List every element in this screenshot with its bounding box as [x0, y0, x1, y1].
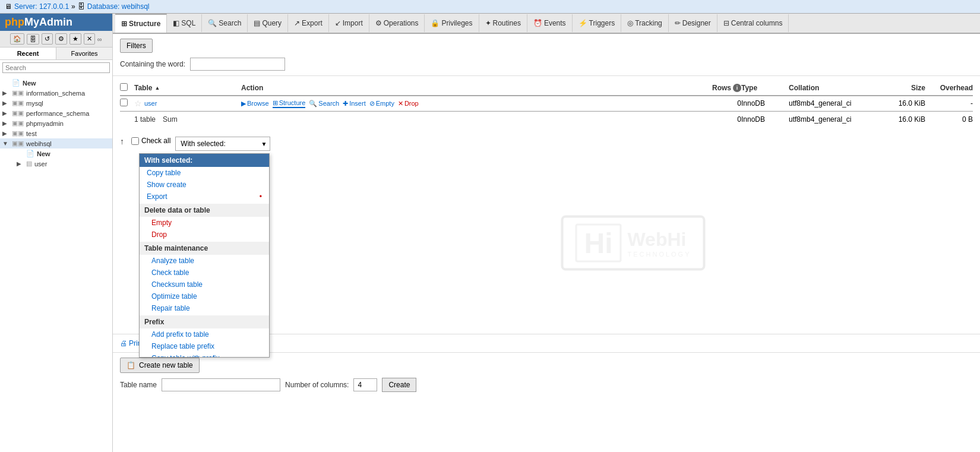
dropdown-item-copy-prefix[interactable]: Copy table with prefix	[140, 352, 269, 357]
num-cols-input[interactable]	[353, 378, 377, 391]
back-arrow-icon[interactable]: ↑	[120, 137, 124, 146]
dropdown-item-optimize[interactable]: Optimize table	[140, 290, 269, 302]
tree-item-new-top[interactable]: 📄 New	[0, 78, 112, 88]
tab-import[interactable]: ↙ Import	[329, 14, 369, 32]
rows-info-icon[interactable]: i	[733, 84, 741, 92]
tab-structure[interactable]: ⊞ Structure	[115, 14, 167, 34]
structure-link[interactable]: ⊞ Structure	[273, 99, 306, 108]
select-all-checkbox[interactable]	[120, 83, 128, 91]
tree-label: New	[23, 80, 36, 87]
sidebar-toolbar: 🏠 🗄 ↺ ⚙ ★ ✕ ∞	[0, 31, 112, 48]
tab-central-columns[interactable]: ⊟ Central columns	[717, 14, 789, 32]
dropdown-item-check[interactable]: Check table	[140, 267, 269, 279]
tree-item-phpmyadmin[interactable]: ▶ ▣▣ phpmyadmin	[0, 118, 112, 128]
tab-privileges[interactable]: 🔒 Privileges	[425, 14, 479, 32]
server-label[interactable]: Server: 127.0.0.1	[14, 2, 69, 11]
tree-item-information-schema[interactable]: ▶ ▣▣ information_schema	[0, 88, 112, 98]
tab-favorites[interactable]: Favorites	[56, 48, 112, 59]
refresh-button[interactable]: ↺	[42, 33, 53, 45]
dropdown-item-show-create[interactable]: Show create	[140, 179, 269, 191]
header-type-col: Type	[741, 84, 789, 92]
tab-query[interactable]: ▤ Query	[248, 14, 288, 32]
sum-table-col: 1 table Sum	[134, 115, 241, 124]
tab-operations[interactable]: ⚙ Operations	[369, 14, 425, 32]
search-link[interactable]: 🔍 Search	[309, 100, 339, 108]
tree-label: New	[37, 150, 50, 157]
check-all-checkbox[interactable]	[131, 137, 139, 145]
create-button[interactable]: Create	[382, 378, 416, 392]
row-table-col: ☆ user	[134, 99, 241, 108]
tab-tracking[interactable]: ◎ Tracking	[621, 14, 669, 32]
tab-recent[interactable]: Recent	[0, 48, 56, 59]
with-selected-dropdown-wrapper: With selected: ▼	[175, 137, 270, 151]
row-type-col: InnoDB	[741, 99, 789, 108]
new-icon: 📄	[12, 79, 20, 87]
browse-link[interactable]: ▶ Browse	[241, 100, 269, 108]
sidebar-search-input[interactable]	[2, 62, 110, 73]
dropdown-item-repair[interactable]: Repair table	[140, 302, 269, 314]
dropdown-item-checksum[interactable]: Checksum table	[140, 279, 269, 290]
tab-export[interactable]: ↗ Export	[288, 14, 329, 32]
header-overhead-col: Overhead	[925, 84, 973, 92]
favorite-star-icon[interactable]: ☆	[134, 99, 142, 108]
create-table-icon: 📋	[127, 361, 135, 369]
dropdown-item-analyze[interactable]: Analyze table	[140, 255, 269, 267]
table-name-link[interactable]: user	[144, 100, 157, 107]
create-new-table-button[interactable]: 📋 Create new table	[120, 358, 200, 373]
content-area: ⊞ Structure ◧ SQL 🔍 Search ▤ Query ↗ Exp…	[113, 14, 980, 452]
row-collation-col: utf8mb4_general_ci	[789, 99, 878, 108]
row-checkbox[interactable]	[120, 99, 128, 106]
tab-events[interactable]: ⏰ Events	[527, 14, 573, 32]
tree-item-new-webihsql[interactable]: 📄 New	[0, 148, 112, 159]
sidebar-search-area	[0, 60, 112, 75]
expand-icon: ▶	[2, 110, 10, 116]
tree-item-webihsql[interactable]: ▼ ▣▣ webihsql	[0, 138, 112, 148]
drop-icon: ✕	[398, 100, 403, 108]
dropdown-item-copy-table[interactable]: Copy table	[140, 167, 269, 179]
sum-row: 1 table Sum 0 InnoDB utf8mb4_general_ci …	[120, 111, 973, 127]
drop-link[interactable]: ✕ Drop	[398, 100, 419, 108]
sidebar-tabs: Recent Favorites	[0, 48, 112, 60]
new-icon: 📄	[26, 150, 34, 157]
table-name-label: Table name	[120, 381, 157, 389]
row-checkbox-col	[120, 99, 134, 108]
dropdown-item-drop[interactable]: Drop	[140, 229, 269, 241]
search-icon: 🔍	[208, 19, 217, 27]
expand-icon: ▶	[2, 120, 10, 127]
tree-item-mysql[interactable]: ▶ ▣▣ mysql	[0, 98, 112, 108]
sql-icon: ◧	[173, 19, 179, 27]
database-label[interactable]: Database: webihsql	[87, 2, 150, 11]
db-icon: ▣▣	[12, 119, 24, 127]
logo-myadmin: MyAdmin	[24, 16, 72, 28]
tab-search[interactable]: 🔍 Search	[202, 14, 248, 32]
table-name-input[interactable]	[162, 378, 280, 391]
tree-item-performance-schema[interactable]: ▶ ▣▣ performance_schema	[0, 108, 112, 118]
routines-icon: ✦	[485, 19, 491, 27]
tree-item-test[interactable]: ▶ ▣▣ test	[0, 128, 112, 138]
filters-button[interactable]: Filters	[120, 39, 153, 53]
export-icon: ↗	[294, 19, 300, 27]
header-collation-col: Collation	[789, 84, 878, 92]
filter-input[interactable]	[190, 58, 285, 71]
import-icon: ↙	[335, 19, 341, 27]
tab-routines[interactable]: ✦ Routines	[479, 14, 527, 32]
tab-triggers[interactable]: ⚡ Triggers	[573, 14, 622, 32]
db-button[interactable]: 🗄	[27, 34, 39, 45]
star-button[interactable]: ★	[69, 33, 81, 45]
settings-button[interactable]: ⚙	[55, 33, 67, 45]
home-button[interactable]: 🏠	[10, 33, 24, 45]
exit-button[interactable]: ✕	[84, 33, 95, 45]
dropdown-item-export[interactable]: Export •	[140, 191, 269, 203]
tree-item-user-table[interactable]: ▶ ▤ user	[0, 159, 112, 169]
dropdown-item-replace-prefix[interactable]: Replace table prefix	[140, 340, 269, 352]
empty-link[interactable]: ⊘ Empty	[369, 100, 394, 108]
with-selected-select[interactable]: With selected:	[175, 137, 270, 151]
dropdown-item-empty[interactable]: Empty	[140, 217, 269, 229]
tab-designer[interactable]: ✏ Designer	[669, 14, 717, 32]
insert-link[interactable]: ✚ Insert	[343, 100, 366, 108]
tab-sql[interactable]: ◧ SQL	[167, 14, 202, 32]
header-table-col[interactable]: Table ▲	[134, 84, 241, 92]
dropdown-item-add-prefix[interactable]: Add prefix to table	[140, 328, 269, 340]
num-cols-label: Number of columns:	[285, 381, 349, 389]
table-row: ☆ user ▶ Browse ⊞ Structure 🔍	[120, 96, 973, 111]
